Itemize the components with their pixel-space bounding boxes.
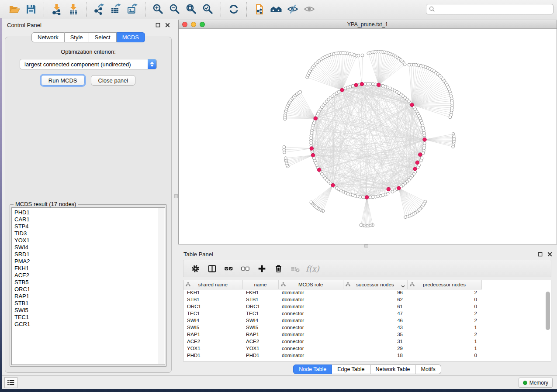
export-table-button[interactable] (107, 2, 124, 17)
refresh-layout-button[interactable] (225, 2, 242, 17)
list-item[interactable]: STP4 (12, 223, 165, 230)
table-scrollbar-thumb[interactable] (546, 292, 550, 330)
graph-hub-node[interactable] (415, 161, 419, 165)
list-item[interactable]: SWI5 (12, 307, 165, 314)
graph-hub-node[interactable] (365, 196, 369, 199)
graph-hub-node[interactable] (354, 83, 358, 87)
list-item[interactable]: CAR1 (12, 216, 165, 223)
optimization-criterion-select[interactable]: largest connected component (undirected) (20, 59, 157, 69)
column-header-mcds-role[interactable]: MCDS role (278, 280, 343, 289)
column-header-successor-nodes[interactable]: successor nodes (343, 280, 407, 289)
list-item[interactable]: SWI4 (12, 244, 165, 251)
table-settings-button[interactable] (187, 261, 204, 275)
run-mcds-button[interactable]: Run MCDS (41, 75, 85, 86)
float-panel-icon[interactable] (537, 251, 543, 257)
graph-node[interactable] (404, 216, 407, 219)
list-item[interactable]: ORC1 (12, 286, 165, 293)
export-image-button[interactable] (124, 2, 141, 17)
list-item[interactable]: TEC1 (12, 314, 165, 321)
import-network-button[interactable] (48, 2, 65, 17)
save-session-button[interactable] (23, 2, 39, 17)
table-row[interactable]: PHD1PHD1dominator180 (183, 352, 481, 359)
table-row[interactable]: FKH1FKH1dominator962 (183, 289, 481, 296)
graph-node[interactable] (351, 84, 354, 87)
zoom-fit-button[interactable] (183, 2, 200, 17)
add-column-button[interactable] (253, 261, 270, 275)
first-neighbors-button[interactable] (268, 2, 284, 17)
zoom-selected-button[interactable] (200, 2, 216, 17)
tab-network[interactable]: Network (31, 32, 65, 42)
column-header-predecessor-nodes[interactable]: predecessor nodes (407, 280, 481, 289)
graph-hub-node[interactable] (331, 183, 335, 187)
graph-node[interactable] (369, 196, 372, 199)
table-row[interactable]: ORC1ORC1dominator610 (183, 303, 481, 310)
network-graph[interactable] (179, 29, 557, 244)
graph-hub-node[interactable] (377, 83, 381, 87)
graph-hub-node[interactable] (413, 167, 417, 171)
zoom-in-button[interactable] (150, 2, 166, 17)
close-window-icon[interactable] (182, 22, 187, 27)
list-item[interactable]: PHD1 (12, 208, 165, 216)
graph-hub-node[interactable] (340, 88, 344, 92)
graph-hub-node[interactable] (387, 187, 391, 191)
list-item[interactable]: ACE2 (12, 272, 165, 279)
tab-node-table[interactable]: Node Table (293, 364, 332, 374)
graph-hub-node[interactable] (419, 153, 422, 157)
tab-style[interactable]: Style (65, 32, 89, 42)
table-row[interactable]: RAP1RAP1dominator352 (183, 331, 481, 338)
table-row[interactable]: TEC1TEC1connector472 (183, 310, 481, 317)
memory-button[interactable]: Memory (519, 378, 553, 388)
graph-node[interactable] (337, 90, 340, 93)
graph-node[interactable] (374, 83, 377, 86)
tab-mcds[interactable]: MCDS (117, 32, 145, 42)
graph-node[interactable] (449, 116, 452, 119)
list-item[interactable]: FKH1 (12, 265, 165, 272)
graph-hub-node[interactable] (314, 117, 318, 120)
hide-selected-button[interactable] (284, 2, 301, 17)
select-all-button[interactable] (220, 261, 237, 275)
list-scrollbar[interactable] (159, 208, 164, 364)
tab-select[interactable]: Select (89, 32, 117, 42)
tab-edge-table[interactable]: Edge Table (332, 364, 370, 374)
graph-node[interactable] (310, 201, 313, 204)
import-table-button[interactable] (65, 2, 82, 17)
mcds-result-list[interactable]: PHD1CAR1STP4TID3YOX1SWI4SRD1PMA2FKH1ACE2… (11, 207, 165, 365)
list-item[interactable]: TID3 (12, 230, 165, 237)
graph-hub-node[interactable] (397, 186, 401, 190)
graph-node[interactable] (284, 157, 287, 160)
tab-network-table[interactable]: Network Table (370, 364, 416, 374)
graph-node[interactable] (391, 190, 394, 193)
graph-hub-node[interactable] (311, 153, 315, 157)
graph-node[interactable] (360, 224, 363, 227)
graph-node[interactable] (419, 159, 422, 162)
close-panel-icon[interactable] (547, 251, 553, 257)
close-panel-icon[interactable] (164, 22, 170, 28)
new-network-from-selection-button[interactable] (251, 2, 268, 17)
task-history-button[interactable] (4, 377, 17, 388)
graph-hub-node[interactable] (310, 147, 314, 151)
list-item[interactable]: STB5 (12, 279, 165, 286)
delete-column-button[interactable] (270, 261, 287, 275)
close-panel-button[interactable]: Close panel (91, 75, 136, 86)
tab-motifs[interactable]: Motifs (415, 364, 441, 374)
list-item[interactable]: PMA2 (12, 258, 165, 265)
export-network-button[interactable] (91, 2, 107, 17)
graph-hub-node[interactable] (423, 138, 427, 141)
table-row[interactable]: SWI5SWI5connector431 (183, 324, 481, 331)
column-chooser-button[interactable] (204, 261, 220, 275)
search-field[interactable] (426, 4, 554, 14)
table-row[interactable]: ACE2ACE2connector311 (183, 338, 481, 345)
graph-node[interactable] (361, 54, 364, 57)
zoom-out-button[interactable] (166, 2, 183, 17)
list-item[interactable]: STB1 (12, 300, 165, 307)
table-row[interactable]: SWI4SWI4dominator462 (183, 317, 481, 324)
list-item[interactable]: GCR1 (12, 321, 165, 328)
column-header-shared-name[interactable]: shared name (183, 280, 242, 289)
search-input[interactable] (437, 6, 550, 12)
graph-node[interactable] (299, 90, 302, 93)
list-item[interactable]: SRD1 (12, 251, 165, 258)
list-item[interactable]: YOX1 (12, 237, 165, 244)
table-row[interactable]: YOX1YOX1connector291 (183, 345, 481, 352)
zoom-window-icon[interactable] (200, 22, 205, 27)
graph-node[interactable] (403, 63, 406, 66)
